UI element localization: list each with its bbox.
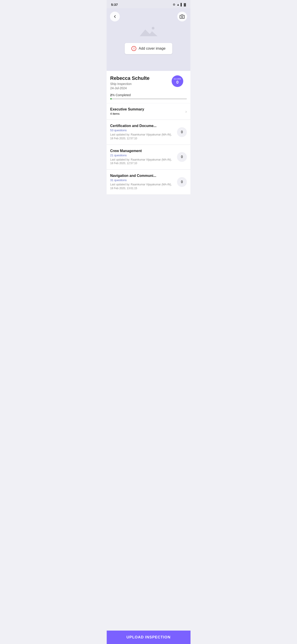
progress-bar: [110, 98, 187, 100]
crew-management-updated: Last updated by: Raamkumar Vijayakumar (…: [110, 158, 174, 166]
svg-point-0: [181, 16, 183, 18]
inspection-date: 24-Jul-2024: [110, 86, 187, 90]
navigation-title: Navigation and Communi...: [110, 174, 174, 178]
crew-management-score: 0: [177, 152, 187, 162]
certification-questions: 53 questions: [110, 128, 174, 132]
add-cover-button[interactable]: ! Add cover image: [125, 43, 172, 54]
landscape-icon: [140, 25, 158, 39]
certification-title: Certification and Docume...: [110, 124, 174, 128]
add-cover-label: Add cover image: [139, 46, 165, 50]
signal-icon: ▌: [181, 3, 183, 6]
battery-icon: ▓: [184, 3, 186, 6]
score-value: 0: [176, 80, 179, 85]
section-navigation[interactable]: Navigation and Communi... 31 questions L…: [107, 170, 190, 194]
back-button[interactable]: [110, 12, 120, 22]
executive-summary-chevron: ›: [185, 109, 187, 114]
completion-text: 2% Completed: [110, 93, 187, 97]
executive-summary-sub: 4 items: [110, 112, 184, 116]
certification-updated: Last updated by: Raamkumar Vijayakumar (…: [110, 133, 174, 140]
score-circle: Score 0: [172, 75, 183, 87]
camera-button[interactable]: [177, 12, 187, 22]
navigation-content: Navigation and Communi... 31 questions L…: [110, 174, 174, 190]
navigation-updated: Last updated by: Raamkumar Vijayakumar (…: [110, 183, 174, 190]
crew-management-title: Crew Management: [110, 149, 174, 153]
settings-icon: ⚙: [173, 3, 175, 6]
navigation-questions: 31 questions: [110, 178, 174, 182]
score-label: Score: [174, 78, 181, 80]
completion-label: % Completed: [112, 93, 131, 97]
certification-content: Certification and Docume... 53 questions…: [110, 124, 174, 140]
crew-management-content: Crew Management 21 questions Last update…: [110, 149, 174, 166]
executive-summary-title: Executive Summary: [110, 107, 184, 111]
upload-inspection-button[interactable]: UPLOAD INSPECTION: [107, 630, 190, 644]
wifi-icon: ▲: [177, 3, 179, 6]
warning-icon: !: [131, 46, 136, 51]
status-time: 5:37: [111, 3, 118, 6]
inspection-header: Rebecca Schulte Ship Inspection 24-Jul-2…: [107, 71, 190, 103]
section-crew-management[interactable]: Crew Management 21 questions Last update…: [107, 145, 190, 170]
completion-percent: 2: [110, 93, 112, 97]
section-certification[interactable]: Certification and Docume... 53 questions…: [107, 120, 190, 145]
crew-management-questions: 21 questions: [110, 154, 174, 157]
completion-section: 2% Completed: [110, 93, 187, 100]
status-bar: 5:37 ⚙ ▲ ▌ ▓: [107, 0, 190, 8]
status-icons: ⚙ ▲ ▌ ▓: [173, 3, 186, 6]
executive-summary-content: Executive Summary 4 items: [110, 107, 184, 116]
navigation-score: 0: [177, 177, 187, 187]
cover-area: ! Add cover image: [107, 8, 190, 71]
section-executive-summary[interactable]: Executive Summary 4 items ›: [107, 103, 190, 120]
progress-fill: [110, 98, 112, 100]
header-row: Rebecca Schulte Ship Inspection 24-Jul-2…: [110, 75, 187, 90]
certification-score: 0: [177, 127, 187, 137]
svg-point-1: [152, 27, 154, 30]
